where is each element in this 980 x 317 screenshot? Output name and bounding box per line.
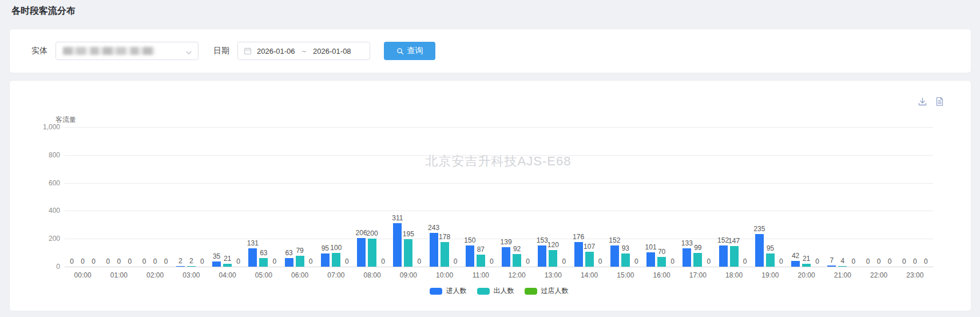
grid-line — [65, 155, 933, 156]
bar-value-label: 147 — [721, 237, 747, 245]
bar[interactable] — [176, 266, 185, 267]
x-tick-label: 17:00 — [680, 271, 716, 279]
legend-item[interactable]: 出人数 — [477, 286, 514, 296]
bar-value-label: 311 — [385, 214, 410, 222]
date-start-value[interactable]: 2026-01-06 — [257, 47, 295, 56]
entity-label: 实体 — [31, 46, 47, 56]
bar-value-label: 200 — [360, 229, 385, 237]
x-tick-label: 19:00 — [752, 271, 788, 279]
bar-value-label: 100 — [323, 244, 348, 252]
bar-value-label: 0 — [515, 257, 541, 266]
bar-chart: 02004006008001,00000:0000001:0000002:000… — [10, 81, 971, 311]
y-tick-label: 800 — [28, 151, 60, 159]
x-tick-label: 10:00 — [426, 271, 463, 279]
bar-value-label: 243 — [421, 224, 446, 232]
bar-value-label: 63 — [251, 249, 276, 257]
query-button-label: 查询 — [407, 46, 423, 56]
x-tick-label: 18:00 — [716, 271, 752, 279]
x-tick-label: 03:00 — [173, 271, 209, 279]
bar-value-label: 99 — [685, 244, 711, 252]
bar-value-label: 0 — [298, 257, 323, 266]
chart-legend: 进人数出人数过店人数 — [65, 286, 933, 296]
bar-value-label: 0 — [624, 257, 649, 266]
x-tick-label: 08:00 — [354, 271, 391, 279]
x-tick-label: 23:00 — [896, 271, 933, 279]
bar-value-label: 0 — [913, 257, 938, 266]
y-tick-label: 400 — [28, 207, 60, 215]
x-tick-label: 07:00 — [318, 271, 354, 279]
x-tick-label: 04:00 — [209, 271, 246, 279]
bar-value-label: 0 — [443, 257, 468, 266]
bar[interactable] — [838, 266, 847, 267]
y-tick-label: 0 — [28, 263, 60, 271]
x-tick-label: 05:00 — [245, 271, 282, 279]
entity-select-value-redacted — [63, 47, 154, 55]
search-icon — [396, 47, 404, 55]
bar-value-label: 0 — [371, 257, 396, 266]
bar-value-label: 93 — [613, 244, 638, 252]
chart-panel: 客流量 北京安吉升科技AJS-E68 02004006008001,00000:… — [9, 80, 971, 311]
query-button[interactable]: 查询 — [384, 42, 435, 60]
x-tick-label: 00:00 — [65, 271, 101, 279]
grid-line — [65, 211, 933, 211]
date-label: 日期 — [213, 46, 229, 56]
bar-value-label: 152 — [602, 236, 627, 244]
bar[interactable] — [827, 266, 836, 267]
legend-item[interactable]: 进人数 — [430, 286, 467, 296]
x-tick-label: 16:00 — [644, 271, 680, 279]
bar[interactable] — [187, 266, 196, 267]
bar-value-label: 0 — [732, 257, 757, 266]
bar-value-label: 0 — [588, 257, 613, 266]
x-tick-label: 14:00 — [571, 271, 608, 279]
bar-value-label: 178 — [432, 233, 457, 241]
bar-value-label: 235 — [747, 225, 772, 233]
bar-value-label: 107 — [577, 243, 602, 251]
x-tick-label: 20:00 — [788, 271, 825, 279]
x-tick-label: 13:00 — [535, 271, 572, 279]
entity-select[interactable] — [55, 42, 199, 60]
chevron-down-icon — [185, 48, 192, 58]
date-range-picker[interactable]: 2026-01-06 ~ 2026-01-08 — [237, 42, 370, 60]
grid-line — [65, 183, 933, 184]
bar-value-label: 131 — [240, 239, 265, 247]
legend-label: 过店人数 — [541, 286, 569, 296]
bar-value-label: 0 — [334, 257, 359, 266]
bar-value-label: 70 — [649, 248, 675, 256]
legend-marker-icon — [430, 288, 442, 295]
x-tick-label: 22:00 — [860, 271, 897, 279]
x-tick-label: 09:00 — [390, 271, 427, 279]
bar-value-label: 0 — [262, 257, 287, 266]
date-end-value[interactable]: 2026-01-08 — [313, 47, 351, 56]
bar-value-label: 120 — [541, 241, 566, 249]
x-tick-label: 12:00 — [499, 271, 535, 279]
bar-value-label: 0 — [660, 257, 685, 266]
calendar-icon — [244, 47, 252, 55]
date-range-separator: ~ — [302, 47, 307, 56]
bar-value-label: 0 — [479, 257, 504, 266]
bar-value-label: 176 — [566, 233, 591, 241]
y-tick-label: 200 — [28, 235, 60, 243]
legend-label: 出人数 — [494, 286, 514, 296]
bar-value-label: 195 — [396, 230, 421, 238]
filter-panel: 实体 日期 2026-01-06 ~ 2026-01-08 — [9, 29, 971, 73]
bar-value-label: 95 — [757, 244, 783, 252]
x-tick-label: 01:00 — [101, 271, 137, 279]
bar-value-label: 150 — [457, 236, 482, 244]
legend-marker-icon — [525, 288, 537, 295]
x-tick-label: 02:00 — [137, 271, 173, 279]
y-tick-label: 600 — [28, 179, 60, 187]
x-tick-label: 21:00 — [824, 271, 861, 279]
bar-value-label: 0 — [226, 257, 251, 266]
bar-value-label: 0 — [407, 257, 432, 266]
bar-value-label: 87 — [468, 245, 493, 253]
bar-value-label: 0 — [552, 257, 577, 266]
x-tick-label: 11:00 — [462, 271, 499, 279]
legend-item[interactable]: 过店人数 — [525, 286, 569, 296]
y-tick-label: 1,000 — [28, 123, 60, 131]
bar-value-label: 92 — [505, 245, 530, 253]
legend-label: 进人数 — [446, 286, 467, 296]
x-axis-line — [65, 267, 933, 267]
grid-line — [65, 127, 933, 128]
x-tick-label: 15:00 — [607, 271, 644, 279]
page-title: 各时段客流分布 — [11, 5, 76, 17]
